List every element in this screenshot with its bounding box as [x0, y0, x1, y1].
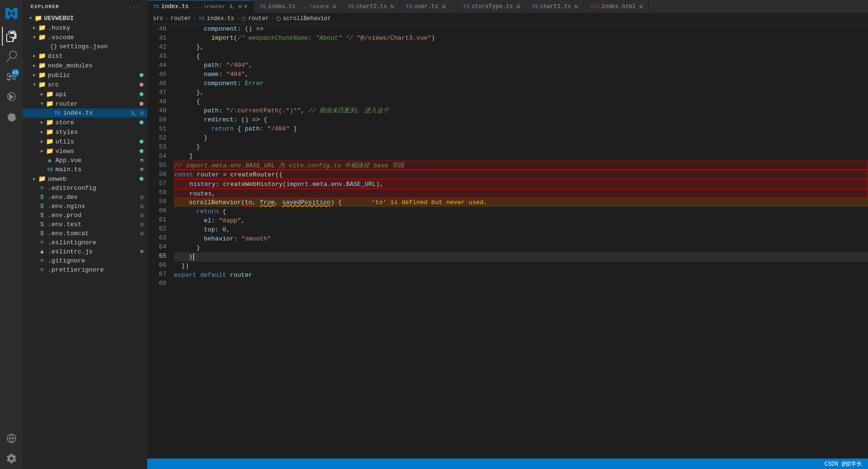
sidebar-item-eslintrc[interactable]: ▶ ▲ .eslintrc.js M — [23, 247, 147, 256]
file-icon-env-nginx: $ — [38, 203, 46, 210]
tree-arrow-husky: ▶ — [31, 25, 38, 31]
folder-icon-dist: 📁 — [38, 52, 46, 60]
activity-icon-source-control[interactable]: 43 — [2, 67, 21, 86]
folder-icon-store: 📁 — [46, 119, 54, 126]
tree-badge-env-dev: U — [140, 195, 143, 200]
sidebar-item-env-tomcat[interactable]: ▶ $ .env.tomcat U — [23, 229, 147, 238]
tree-arrow-root: ▼ — [27, 16, 34, 21]
breadcrumb-scroll-behavior[interactable]: scrollBehavior — [283, 15, 331, 22]
code-line-61: el: "#app", — [174, 216, 868, 225]
breadcrumb-router[interactable]: router — [171, 15, 191, 22]
ln-60: 60 — [147, 206, 166, 215]
activity-icon-extensions[interactable] — [2, 107, 21, 126]
tab-close-1[interactable]: × — [244, 3, 248, 10]
sidebar-item-index-ts[interactable]: ▶ TS index.ts 3, U — [23, 109, 147, 118]
tab-chart1-ts[interactable]: TS chart1.ts U — [526, 0, 585, 13]
sidebar-item-ueweb[interactable]: ▶ 📁 ueweb — [23, 174, 147, 184]
breadcrumb-sep-4: › — [271, 15, 274, 22]
ln-43: 43 — [147, 52, 166, 61]
code-content[interactable]: component: () => import(/* webpackChunkN… — [170, 24, 868, 458]
folder-icon-husky: 📁 — [38, 24, 46, 32]
tree-arrow-store: ▶ — [38, 120, 46, 125]
sidebar-more-icon[interactable]: ··· — [129, 4, 140, 10]
code-line-62: top: 0, — [174, 225, 868, 234]
sidebar-item-styles[interactable]: ▶ 📁 styles — [23, 127, 147, 137]
breadcrumb-router-icon: ⬡ — [241, 16, 246, 22]
folder-icon-ueweb: 📁 — [38, 175, 46, 183]
sidebar-item-store[interactable]: ▶ 📁 store — [23, 118, 147, 127]
tree-label-ueweb: ueweb — [48, 175, 66, 183]
ln-61: 61 — [147, 215, 166, 224]
folder-icon-root: 📁 — [34, 14, 42, 22]
sidebar-item-husky[interactable]: ▶ 📁 .husky — [23, 23, 147, 33]
sidebar-item-views[interactable]: ▶ 📁 views — [23, 146, 147, 156]
folder-icon-api: 📁 — [46, 90, 54, 98]
editor-area: TS index.ts ...\router 3, U × TS index.t… — [147, 0, 868, 469]
sidebar-item-eslintignore[interactable]: ▶ ≡ .eslintignore — [23, 238, 147, 247]
ln-62: 62 — [147, 224, 166, 233]
tree-root[interactable]: ▼ 📁 UEVWEBUI — [23, 13, 147, 23]
tree-badge-app-vue: M — [140, 158, 143, 164]
tree-label-env-tomcat: .env.tomcat — [48, 230, 89, 237]
tree-label-main-ts: main.ts — [55, 166, 82, 173]
tree-label-env-prod: .env.prod — [48, 212, 81, 219]
tree-badge-main-ts: M — [140, 167, 143, 173]
code-line-49: path: "/:currentPath(.*)*", // 路由未匹配到, 进… — [174, 106, 868, 115]
tab-index-ts-store[interactable]: TS index.ts ...\store U — [254, 0, 342, 13]
tab-storetype-ts[interactable]: TS storeType.ts U — [457, 0, 526, 13]
file-icon-env-prod: $ — [38, 212, 46, 219]
sidebar-item-prettierignore[interactable]: ▶ ≡ .prettierignore — [23, 265, 147, 274]
tree-arrow-styles: ▶ — [38, 129, 46, 135]
file-icon-env-dev: $ — [38, 194, 46, 201]
tree-label-views: views — [55, 148, 74, 155]
sidebar-item-env-test[interactable]: ▶ $ .env.test U — [23, 220, 147, 229]
sidebar-item-src[interactable]: ▼ 📁 src — [23, 80, 147, 89]
tab-index-ts-router[interactable]: TS index.ts ...\router 3, U × — [147, 0, 254, 13]
ln-53: 53 — [147, 142, 166, 152]
activity-icon-remote[interactable] — [2, 429, 21, 448]
tab-badge-5: U — [517, 4, 520, 10]
code-editor[interactable]: 40 41 42 43 44 45 46 47 48 49 50 51 52 5… — [147, 24, 868, 458]
sidebar-item-gitignore[interactable]: ▶ ≡ .gitignore — [23, 256, 147, 265]
sidebar-item-app-vue[interactable]: ▶ ▲ App.vue M — [23, 156, 147, 165]
dot-public — [140, 73, 143, 77]
tree-label-utils: utils — [55, 138, 74, 145]
breadcrumb-router-symbol[interactable]: router — [248, 15, 269, 22]
breadcrumb-sep-2: › — [193, 15, 196, 22]
breadcrumb-sep-1: › — [165, 15, 169, 22]
tree-label-vscode: .vscode — [48, 34, 74, 41]
tab-label-5: storeType.ts — [472, 3, 513, 10]
activity-icon-search[interactable] — [2, 47, 21, 66]
tab-badge-2: U — [333, 4, 336, 10]
activity-icon-explorer[interactable] — [2, 27, 21, 46]
sidebar-item-env-dev[interactable]: ▶ $ .env.dev U — [23, 193, 147, 202]
breadcrumb-src[interactable]: src — [153, 15, 163, 22]
activity-bar: 43 — [0, 0, 23, 469]
tab-ts-icon-4: TS — [406, 4, 412, 10]
code-line-67: export default router — [174, 271, 868, 280]
sidebar-item-env-prod[interactable]: ▶ $ .env.prod U — [23, 211, 147, 220]
tab-index-html[interactable]: </> index.html U — [584, 0, 649, 13]
sidebar-item-editorconfig[interactable]: ▶ ≡ .editorconfig — [23, 184, 147, 193]
sidebar-item-main-ts[interactable]: ▶ TS main.ts M — [23, 165, 147, 174]
sidebar-item-env-nginx[interactable]: ▶ $ .env.nginx U — [23, 202, 147, 211]
sidebar-item-vscode[interactable]: ▼ 📁 .vscode — [23, 33, 147, 42]
sidebar-item-public[interactable]: ▶ 📁 public — [23, 70, 147, 80]
tab-user-ts[interactable]: TS user.ts U — [400, 0, 457, 13]
sidebar-item-node-modules[interactable]: ▶ 📁 node_modules — [23, 61, 147, 70]
activity-icon-run[interactable] — [2, 87, 21, 106]
tabs-bar: TS index.ts ...\router 3, U × TS index.t… — [147, 0, 868, 13]
status-bar-right-text: CSDN @锁学长 — [825, 460, 862, 468]
tree-label-dist: dist — [48, 53, 63, 60]
activity-icon-settings[interactable] — [2, 449, 21, 468]
sidebar-item-api[interactable]: ▶ 📁 api — [23, 89, 147, 99]
tab-ts-icon-5: TS — [463, 4, 469, 10]
file-icon-eslintignore: ≡ — [38, 239, 46, 246]
sidebar-item-utils[interactable]: ▶ 📁 utils — [23, 137, 147, 146]
sidebar-item-router[interactable]: ▼ 📁 router — [23, 99, 147, 109]
breadcrumb-index-ts[interactable]: index.ts — [206, 15, 234, 22]
sidebar-item-settings-json[interactable]: ▶ {} settings.json — [23, 42, 147, 51]
tab-chart2-ts[interactable]: TS chart2.ts U — [342, 0, 401, 13]
tab-path-2: ...\store — [297, 4, 329, 10]
sidebar-item-dist[interactable]: ▶ 📁 dist — [23, 51, 147, 61]
